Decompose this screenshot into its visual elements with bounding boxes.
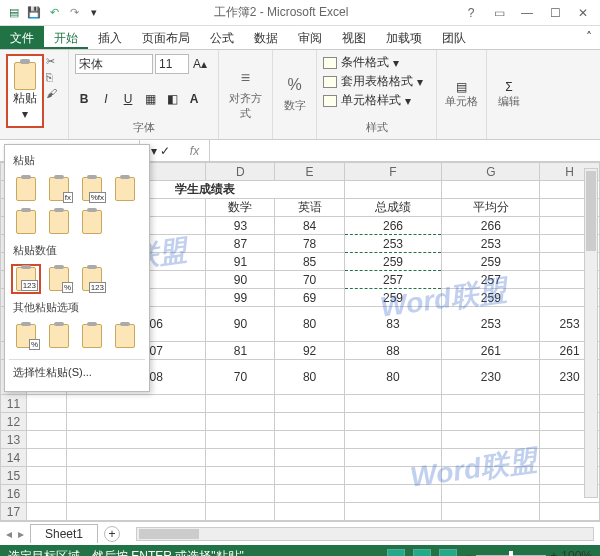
underline-icon[interactable]: U: [119, 90, 137, 108]
zoom-in-icon[interactable]: +: [550, 549, 557, 556]
sheet-tab[interactable]: Sheet1: [30, 524, 98, 543]
paste-special-item[interactable]: 选择性粘贴(S)...: [9, 359, 145, 385]
view-layout-icon[interactable]: [413, 549, 431, 556]
horizontal-scrollbar[interactable]: [136, 527, 594, 541]
maximize-icon[interactable]: ☐: [544, 4, 566, 22]
cell[interactable]: 93: [206, 217, 275, 235]
cell[interactable]: 99: [206, 289, 275, 307]
new-sheet-icon[interactable]: +: [104, 526, 120, 542]
grow-font-icon[interactable]: A▴: [191, 55, 209, 73]
cell[interactable]: 80: [275, 307, 344, 342]
cancel-fx-icon[interactable]: ▾: [151, 144, 157, 158]
tab-view[interactable]: 视图: [332, 26, 376, 49]
cell-style-label[interactable]: 单元格样式: [341, 92, 401, 109]
cell[interactable]: 84: [275, 217, 344, 235]
row-header[interactable]: 15: [1, 467, 27, 485]
view-normal-icon[interactable]: [387, 549, 405, 556]
paste-opt-colwidth[interactable]: [44, 207, 74, 237]
cell[interactable]: 80: [275, 360, 344, 395]
cell[interactable]: 70: [275, 271, 344, 289]
cell[interactable]: 259: [442, 289, 540, 307]
tab-addin[interactable]: 加载项: [376, 26, 432, 49]
cell[interactable]: 80: [344, 360, 442, 395]
cell[interactable]: 90: [206, 271, 275, 289]
cell[interactable]: 259: [344, 253, 442, 271]
row-header[interactable]: 13: [1, 431, 27, 449]
border-icon[interactable]: ▦: [141, 90, 159, 108]
tab-formula[interactable]: 公式: [200, 26, 244, 49]
paste-values-srcfmt-icon[interactable]: 123: [77, 264, 107, 294]
paste-values-icon[interactable]: 123: [11, 264, 41, 294]
cell[interactable]: 230: [442, 360, 540, 395]
cell[interactable]: 87: [206, 235, 275, 253]
cell[interactable]: 85: [275, 253, 344, 271]
cell[interactable]: 261: [442, 342, 540, 360]
bold-icon[interactable]: B: [75, 90, 93, 108]
cell[interactable]: 257: [442, 271, 540, 289]
cond-format-label[interactable]: 条件格式: [341, 54, 389, 71]
cell[interactable]: 90: [206, 307, 275, 342]
col-header[interactable]: D: [206, 163, 275, 181]
cell[interactable]: 平均分: [442, 199, 540, 217]
tab-insert[interactable]: 插入: [88, 26, 132, 49]
tab-data[interactable]: 数据: [244, 26, 288, 49]
zoom-value[interactable]: 100%: [561, 549, 592, 556]
cell[interactable]: 英语: [275, 199, 344, 217]
ribbon-toggle-icon[interactable]: ▭: [488, 4, 510, 22]
paste-opt-formulas[interactable]: fx: [44, 174, 74, 204]
minimize-icon[interactable]: —: [516, 4, 538, 22]
copy-icon[interactable]: ⎘: [46, 70, 62, 84]
help-icon[interactable]: ?: [460, 4, 482, 22]
col-header[interactable]: F: [344, 163, 442, 181]
paste-opt-formulas-fmt[interactable]: %fx: [77, 174, 107, 204]
paste-picture-icon[interactable]: [77, 321, 107, 351]
tab-file[interactable]: 文件: [0, 26, 44, 49]
cell[interactable]: 69: [275, 289, 344, 307]
cell[interactable]: 70: [206, 360, 275, 395]
cell[interactable]: 83: [344, 307, 442, 342]
cell[interactable]: 266: [344, 217, 442, 235]
cell[interactable]: 253: [442, 235, 540, 253]
cell[interactable]: 257: [344, 271, 442, 289]
cell[interactable]: 259: [442, 253, 540, 271]
paste-opt-transpose[interactable]: [77, 207, 107, 237]
paste-opt-all[interactable]: [11, 174, 41, 204]
row-header[interactable]: 12: [1, 413, 27, 431]
paste-formatting-icon[interactable]: %: [11, 321, 41, 351]
close-icon[interactable]: ✕: [572, 4, 594, 22]
col-header[interactable]: E: [275, 163, 344, 181]
table-format-label[interactable]: 套用表格格式: [341, 73, 413, 90]
italic-icon[interactable]: I: [97, 90, 115, 108]
font-size-combo[interactable]: 11: [155, 54, 189, 74]
fx-icon[interactable]: fx: [180, 140, 210, 161]
cell[interactable]: 数学: [206, 199, 275, 217]
formula-input[interactable]: [210, 140, 600, 161]
sheet-nav-prev-icon[interactable]: ◂: [6, 527, 12, 541]
cell[interactable]: 88: [344, 342, 442, 360]
cell[interactable]: 81: [206, 342, 275, 360]
cut-icon[interactable]: ✂: [46, 54, 62, 68]
cell[interactable]: 78: [275, 235, 344, 253]
row-header[interactable]: 17: [1, 503, 27, 521]
paste-button[interactable]: 粘贴 ▾: [6, 54, 44, 128]
font-color-icon[interactable]: A: [185, 90, 203, 108]
cell-style-icon[interactable]: [323, 95, 337, 107]
paste-link-icon[interactable]: [44, 321, 74, 351]
editing-icon[interactable]: Σ: [505, 80, 512, 94]
fill-color-icon[interactable]: ◧: [163, 90, 181, 108]
paste-values-numfmt-icon[interactable]: %: [44, 264, 74, 294]
cells-icon[interactable]: ▤: [456, 80, 467, 94]
paste-linked-pic-icon[interactable]: [110, 321, 140, 351]
row-header[interactable]: 14: [1, 449, 27, 467]
tab-home[interactable]: 开始: [44, 26, 88, 49]
tab-team[interactable]: 团队: [432, 26, 476, 49]
tab-review[interactable]: 审阅: [288, 26, 332, 49]
save-icon[interactable]: 💾: [26, 5, 42, 21]
collapse-ribbon-icon[interactable]: ˄: [578, 26, 600, 49]
table-format-icon[interactable]: [323, 76, 337, 88]
undo-icon[interactable]: ↶: [46, 5, 62, 21]
tab-layout[interactable]: 页面布局: [132, 26, 200, 49]
number-icon[interactable]: %: [287, 76, 301, 94]
col-header[interactable]: G: [442, 163, 540, 181]
cell[interactable]: 253: [442, 307, 540, 342]
